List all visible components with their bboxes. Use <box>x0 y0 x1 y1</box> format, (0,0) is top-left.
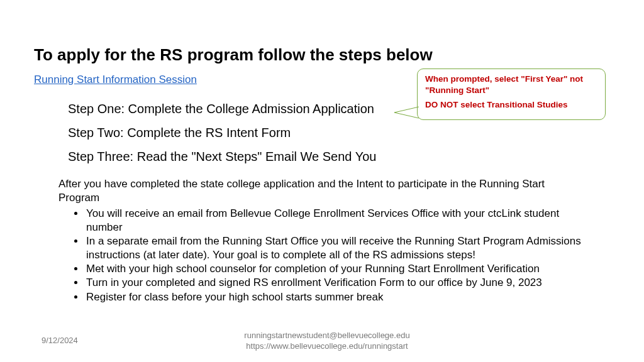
step-two: Step Two: Complete the RS Intent Form <box>68 124 408 141</box>
intro-text: After you have completed the state colle… <box>58 177 574 205</box>
list-item: Met with your high school counselor for … <box>85 262 582 276</box>
list-item: In a separate email from the Running Sta… <box>85 234 582 262</box>
list-item: Register for class before your high scho… <box>85 290 582 304</box>
callout-tail-icon <box>393 106 421 119</box>
info-session-link[interactable]: Running Start Information Session <box>34 74 197 86</box>
list-item: You will receive an email from Bellevue … <box>85 207 582 234</box>
slide-date: 9/12/2024 <box>42 336 78 345</box>
callout-line-2: DO NOT select Transitional Studies <box>425 99 597 111</box>
steps-list: Step One: Complete the College Admission… <box>68 101 408 172</box>
slide-footer: runningstartnewstudent@bellevuecollege.e… <box>233 331 421 352</box>
step-three: Step Three: Read the "Next Steps" Email … <box>68 148 408 165</box>
list-item: Turn in your completed and signed RS enr… <box>85 276 582 290</box>
step-one: Step One: Complete the College Admission… <box>68 101 408 117</box>
footer-email: runningstartnewstudent@bellevuecollege.e… <box>233 331 421 341</box>
callout-line-1: When prompted, select "First Year" not "… <box>425 74 597 96</box>
bullet-list: You will receive an email from Bellevue … <box>72 207 582 304</box>
footer-url: https://www.bellevuecollege.edu/runnings… <box>233 341 421 352</box>
slide-title: To apply for the RS program follow the s… <box>34 45 433 65</box>
callout-box: When prompted, select "First Year" not "… <box>417 69 606 120</box>
